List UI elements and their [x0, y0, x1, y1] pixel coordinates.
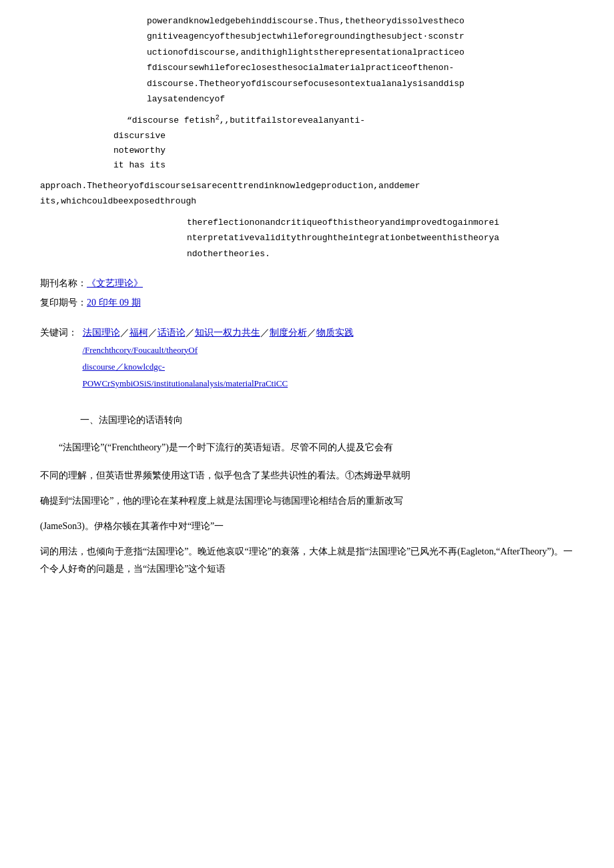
paragraph-5: 词的用法，也倾向于意指“法国理论”。晚近他哀叹“理论”的衰落，大体上就是指“法国… — [40, 543, 574, 578]
top-line-3: uctionofdiscourse,andithighlightstherepr… — [147, 45, 574, 60]
top-line-1: powerandknowledgebehinddiscourse.Thus,th… — [147, 13, 574, 29]
bottom-block: approach.Thetheoryofdiscourseisarecenttr… — [40, 178, 574, 209]
keywords-label: 关键词： — [40, 324, 77, 341]
top-line-5: discourse.Thetheoryofdiscoursefocusesont… — [147, 76, 574, 91]
paragraph-1-text: “法国理论”(“Frenchtheory”)是一个时下流行的英语短语。尽管不同的… — [59, 442, 393, 452]
metadata-section: 期刊名称：《文艺理论》 复印期号：20 印年 09 期 — [40, 275, 574, 311]
top-line-4: fdiscoursewhileforeclosesthesocialmateri… — [147, 60, 574, 75]
bottom-line-1: approach.Thetheoryofdiscourseisarecenttr… — [40, 178, 574, 193]
reprint-link[interactable]: 20 印年 09 期 — [87, 298, 141, 308]
reprint-line: 复印期号：20 印年 09 期 — [40, 294, 574, 311]
quote-block: “discourse fetish2,,butitfailstorevealan… — [40, 112, 574, 173]
keyword-en-line3[interactable]: POWCrSymbiOSiS/institutionalanalysis/mat… — [83, 378, 288, 388]
quote-line-3: noteworthy — [107, 143, 574, 158]
journal-link[interactable]: 《文艺理论》 — [87, 278, 143, 288]
paragraph-2-text: 不同的理解，但英语世界频繁使用这T语，似乎包含了某些共识性的看法。①杰姆逊早就明 — [40, 470, 410, 480]
keyword-material[interactable]: 物质实践 — [316, 328, 354, 338]
keyword-en-line1[interactable]: /Frenchthcory/Foucault/theoryOf — [83, 345, 198, 355]
conclusion-block: thereflectiononandcritiqueofthistheoryan… — [40, 215, 574, 262]
keyword-knowledge-power[interactable]: 知识一权力共生 — [195, 328, 260, 338]
keyword-french-theory[interactable]: 法国理论 — [83, 328, 120, 338]
conclusion-line-2: nterpretativevaliditythroughtheintegrati… — [187, 230, 574, 246]
top-line-6: laysatendencyof — [147, 91, 574, 107]
quote-line-1: “discourse fetish2,,butitfailstorevealan… — [107, 112, 574, 128]
keyword-institutional[interactable]: 制度分析 — [270, 328, 307, 338]
paragraph-4-text: (JameSon3)。伊格尔顿在其著作中对“理论”一 — [40, 521, 224, 531]
quote-line-4: it has its — [107, 158, 574, 173]
paragraph-1: “法国理论”(“Frenchtheory”)是一个时下流行的英语短语。尽管不同的… — [40, 439, 574, 456]
paragraph-5-text: 词的用法，也倾向于意指“法国理论”。晚近他哀叹“理论”的衰落，大体上就是指“法国… — [40, 546, 573, 574]
keyword-discourse[interactable]: 话语论 — [158, 328, 186, 338]
keywords-content: 法国理论／福柯／话语论／知识一权力共生／制度分析／物质实践 /Frenchthc… — [83, 324, 354, 392]
keywords-section: 关键词： 法国理论／福柯／话语论／知识一权力共生／制度分析／物质实践 /Fren… — [40, 324, 574, 392]
reprint-label: 复印期号： — [40, 298, 87, 308]
journal-line: 期刊名称：《文艺理论》 — [40, 275, 574, 292]
chapter-title: 一、法国理论的话语转向 — [40, 412, 574, 428]
paragraph-3: 确提到“法国理论”，他的理论在某种程度上就是法国理论与德国理论相结合后的重新改写 — [40, 492, 574, 510]
chapter-title-text: 一、法国理论的话语转向 — [80, 415, 183, 425]
quote-line-2: discursive — [107, 129, 574, 143]
keyword-en-line2[interactable]: discourse／knowlcdgc- — [83, 362, 165, 372]
journal-label: 期刊名称： — [40, 278, 87, 288]
top-line-2: gnitiveagencyofthesubjectwhileforeground… — [147, 29, 574, 44]
top-paragraph-block: powerandknowledgebehinddiscourse.Thus,th… — [40, 13, 574, 107]
paragraph-2: 不同的理解，但英语世界频繁使用这T语，似乎包含了某些共识性的看法。①杰姆逊早就明 — [40, 467, 574, 484]
conclusion-line-1: thereflectiononandcritiqueofthistheoryan… — [187, 215, 574, 230]
bottom-line-2: its,whichcouldbeexposedthrough — [40, 193, 574, 209]
paragraph-3-text: 确提到“法国理论”，他的理论在某种程度上就是法国理论与德国理论相结合后的重新改写 — [40, 496, 403, 506]
keyword-foucault[interactable]: 福柯 — [129, 328, 148, 338]
conclusion-line-3: ndothertheories. — [187, 246, 574, 262]
paragraph-4: (JameSon3)。伊格尔顿在其著作中对“理论”一 — [40, 518, 574, 535]
